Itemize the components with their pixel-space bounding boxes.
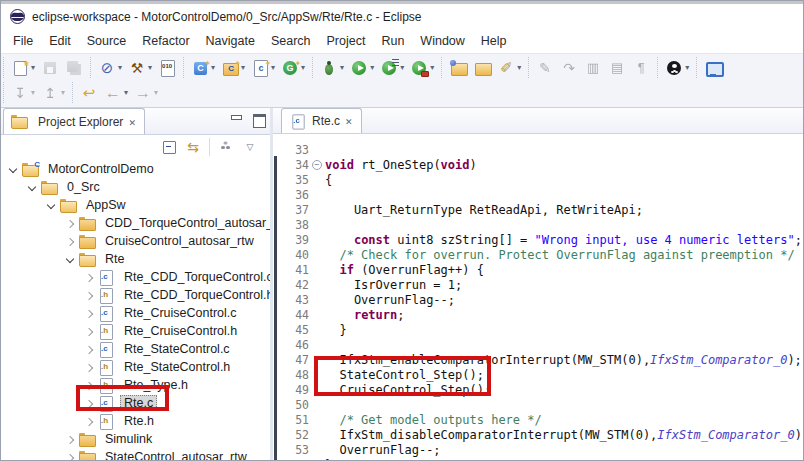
tree-item-rte-h[interactable]: Rte.h — [1, 412, 270, 430]
dropdown-caret-icon[interactable]: ▾ — [31, 88, 35, 97]
chevron-collapsed-icon[interactable] — [66, 453, 75, 461]
chevron-collapsed-icon[interactable] — [85, 363, 94, 372]
tree-item-rte-statecontrol-c[interactable]: Rte_StateControl.c — [1, 340, 270, 358]
code-line-33[interactable]: 33 — [283, 142, 803, 157]
menu-navigate[interactable]: Navigate — [198, 31, 263, 51]
code-line-46[interactable]: 46 — [283, 337, 803, 352]
tree-item-0-src[interactable]: 0_Src — [1, 178, 270, 196]
chevron-expanded-icon[interactable] — [28, 183, 37, 192]
fold-collapse-icon[interactable] — [312, 160, 322, 170]
code-generator-button[interactable]: ▾ — [279, 58, 307, 78]
chevron-collapsed-icon[interactable] — [85, 381, 94, 390]
tree-item-statecontrol-autosar-rtw[interactable]: StateControl_autosar_rtw — [1, 448, 270, 461]
view-pulldown-button[interactable]: ▽ — [239, 137, 261, 157]
tab-rte-c[interactable]: Rte.c — [281, 108, 362, 133]
dropdown-caret-icon[interactable]: ▾ — [301, 63, 305, 72]
build-button[interactable]: ⚒▾ — [126, 58, 154, 78]
tree-item-rte-cdd-torquecontrol-c[interactable]: Rte_CDD_TorqueControl.c — [1, 268, 270, 286]
menu-project[interactable]: Project — [319, 31, 374, 51]
chevron-collapsed-icon[interactable] — [66, 237, 75, 246]
tree-item-cdd-torquecontrol-autosar-[interactable]: CDD_TorqueControl_autosar_ — [1, 214, 270, 232]
binary-file-button[interactable] — [156, 58, 178, 78]
code-line-36[interactable]: 36 — [283, 187, 803, 202]
open-folder-button[interactable] — [471, 58, 493, 78]
minimize-view-icon[interactable] — [230, 114, 241, 124]
tree-item-simulink[interactable]: Simulink — [1, 430, 270, 448]
dropdown-caret-icon[interactable]: ▾ — [271, 63, 275, 72]
link-with-editor-button[interactable]: ⇆ — [182, 137, 204, 157]
chevron-collapsed-icon[interactable] — [85, 309, 94, 318]
code-line-50[interactable]: 50 — [283, 397, 803, 412]
code-line-38[interactable]: 38 — [283, 217, 803, 232]
dropdown-caret-icon[interactable]: ▾ — [31, 63, 35, 72]
code-line-39[interactable]: 39 const uint8 szString[] = "Wrong input… — [283, 232, 803, 247]
external-tools-button[interactable]: ▾ — [408, 58, 436, 78]
chevron-collapsed-icon[interactable] — [85, 273, 94, 282]
new-source-file-button[interactable]: ▾ — [249, 58, 277, 78]
tree-item-rte-c[interactable]: Rte.c — [1, 394, 270, 412]
tree-item-rte-statecontrol-h[interactable]: Rte_StateControl.h — [1, 358, 270, 376]
code-line-47[interactable]: 47 IfxStm_enableComparatorInterrupt(MW_S… — [283, 352, 803, 367]
cpp-perspective-button[interactable] — [702, 58, 724, 78]
menu-edit[interactable]: Edit — [41, 31, 79, 51]
code-line-49[interactable]: 49 CruiseControl_Step(); — [283, 382, 803, 397]
chevron-collapsed-icon[interactable] — [66, 219, 75, 228]
chevron-collapsed-icon[interactable] — [85, 327, 94, 336]
new-c-file-button[interactable]: ▾ — [189, 58, 217, 78]
menu-source[interactable]: Source — [79, 31, 135, 51]
collapse-all-button[interactable] — [158, 137, 180, 157]
dropdown-caret-icon[interactable]: ▾ — [148, 63, 152, 72]
code-line-45[interactable]: 45 } — [283, 322, 803, 337]
code-line-53[interactable]: 53 OverrunFlag--; — [283, 442, 803, 457]
tree-item-rte-type-h[interactable]: Rte_Type.h — [1, 376, 270, 394]
code-line-37[interactable]: 37 Uart_ReturnType RetReadApi, RetWriteA… — [283, 202, 803, 217]
menu-refactor[interactable]: Refactor — [134, 31, 197, 51]
chevron-collapsed-icon[interactable] — [66, 435, 75, 444]
code-line-44[interactable]: 44 return; — [283, 307, 803, 322]
code-line-48[interactable]: 48 StateControl_Step(); — [283, 367, 803, 382]
close-icon[interactable] — [345, 114, 353, 128]
code-line-54[interactable]: 54} — [283, 457, 803, 461]
code-editor[interactable]: 3334void rt_OneStep(void)35{3637 Uart_Re… — [273, 134, 803, 461]
dropdown-caret-icon[interactable]: ▾ — [340, 63, 344, 72]
chevron-collapsed-icon[interactable] — [85, 345, 94, 354]
tab-project-explorer[interactable]: Project Explorer — [3, 108, 145, 134]
highlight-marker-button[interactable]: ✐▾ — [495, 58, 523, 78]
dropdown-caret-icon[interactable]: ▾ — [430, 63, 434, 72]
debug-button[interactable]: ▾ — [318, 58, 346, 78]
dropdown-caret-icon[interactable]: ▾ — [241, 63, 245, 72]
tree-item-cruisecontrol-autosar-rtw[interactable]: CruiseControl_autosar_rtw — [1, 232, 270, 250]
code-line-52[interactable]: 52 IfxStm_disableComparatorInterrupt(MW_… — [283, 427, 803, 442]
code-line-41[interactable]: 41 if (OverrunFlag++) { — [283, 262, 803, 277]
back-button[interactable]: ←▾ — [102, 83, 130, 103]
code-line-51[interactable]: 51 /* Get model outputs here */ — [283, 412, 803, 427]
dropdown-caret-icon[interactable]: ▾ — [61, 88, 65, 97]
dropdown-caret-icon[interactable]: ▾ — [517, 63, 521, 72]
code-line-34[interactable]: 34void rt_OneStep(void) — [283, 157, 803, 172]
chevron-collapsed-icon[interactable] — [85, 291, 94, 300]
close-icon[interactable] — [128, 115, 136, 129]
import-project-button[interactable] — [447, 58, 469, 78]
chevron-expanded-icon[interactable] — [47, 201, 56, 210]
tree-item-motorcontroldemo[interactable]: CMotorControlDemo — [1, 160, 270, 178]
tree-item-appsw[interactable]: AppSw — [1, 196, 270, 214]
tree-item-rte-cruisecontrol-c[interactable]: Rte_CruiseControl.c — [1, 304, 270, 322]
dropdown-caret-icon[interactable]: ▾ — [211, 63, 215, 72]
user-account-button[interactable]: ▾ — [663, 58, 691, 78]
dropdown-caret-icon[interactable]: ▾ — [370, 63, 374, 72]
dropdown-caret-icon[interactable]: ▾ — [124, 88, 128, 97]
run-button[interactable]: ▾ — [348, 58, 376, 78]
menu-run[interactable]: Run — [373, 31, 412, 51]
menu-window[interactable]: Window — [412, 31, 472, 51]
new-c-project-button[interactable]: ▾ — [219, 58, 247, 78]
tree-item-rte-cdd-torquecontrol-h[interactable]: Rte_CDD_TorqueControl.h — [1, 286, 270, 304]
code-line-42[interactable]: 42 IsrOverrun = 1; — [283, 277, 803, 292]
tree-item-rte-cruisecontrol-h[interactable]: Rte_CruiseControl.h — [1, 322, 270, 340]
skip-all-breakpoints-button[interactable]: ⊘▾ — [96, 58, 124, 78]
chevron-expanded-icon[interactable] — [66, 255, 75, 264]
code-line-43[interactable]: 43 OverrunFlag--; — [283, 292, 803, 307]
dropdown-caret-icon[interactable]: ▾ — [118, 63, 122, 72]
menu-search[interactable]: Search — [263, 31, 319, 51]
last-edit-location-button[interactable]: ↩ — [78, 83, 100, 103]
code-line-40[interactable]: 40 /* Check for overrun. Protect Overrun… — [283, 247, 803, 262]
